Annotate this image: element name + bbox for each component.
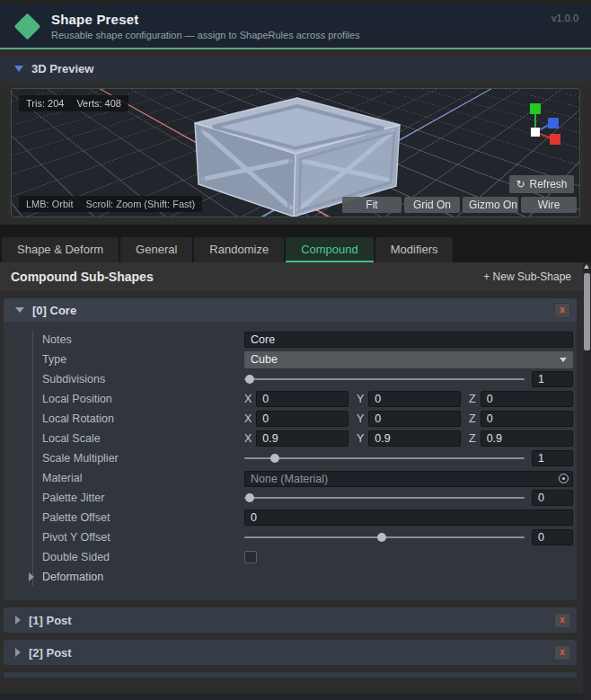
deformation-foldout[interactable]: Deformation [42, 568, 573, 586]
scale-multiplier-value[interactable] [532, 450, 573, 466]
palette-jitter-value[interactable] [532, 490, 573, 506]
scale-multiplier-slider[interactable] [244, 450, 525, 466]
subshape-core-header[interactable]: [0] Core x [4, 298, 577, 322]
remove-subshape-button[interactable]: x [554, 303, 570, 318]
subshape-card-post-2[interactable]: [2] Post x [4, 640, 577, 665]
slider-handle[interactable] [245, 375, 254, 384]
material-object-field[interactable] [244, 471, 573, 487]
notes-row: Notes [42, 331, 573, 349]
tab-randomize[interactable]: Randomize [194, 237, 284, 262]
local-position-y-input[interactable] [368, 391, 461, 407]
preview-section-header[interactable]: 3D Preview [0, 57, 591, 81]
fit-button[interactable]: Fit [342, 197, 401, 213]
subshape-post-2-title: [2] Post [29, 646, 546, 660]
palette-offset-row: Palette Offset [42, 509, 573, 527]
deformation-label: Deformation [42, 571, 103, 583]
tab-compound[interactable]: Compound [286, 237, 374, 262]
subshape-core-title: [0] Core [32, 304, 546, 317]
tab-modifiers[interactable]: Modifiers [375, 237, 454, 262]
local-rotation-z-input[interactable] [481, 411, 573, 427]
axis-y-label: Y [357, 432, 364, 445]
notes-input[interactable] [244, 332, 573, 348]
axis-z-label: Z [469, 432, 476, 445]
local-rotation-x-input[interactable] [256, 411, 348, 427]
local-rotation-row: Local Rotation X Y Z [42, 410, 573, 428]
slider-track [244, 378, 525, 380]
refresh-label: Refresh [530, 178, 568, 191]
palette-jitter-label: Palette Jitter [42, 492, 244, 504]
chevron-down-icon [560, 358, 567, 362]
axis-z-label: Z [469, 412, 476, 425]
axis-y-label: Y [357, 393, 364, 405]
local-position-x-input[interactable] [256, 391, 348, 407]
local-position-label: Local Position [42, 393, 244, 405]
hint-lmb: LMB: Orbit [26, 199, 74, 209]
remove-subshape-button[interactable]: x [554, 645, 570, 660]
grid-toggle-button[interactable]: Grid On [404, 197, 460, 213]
tab-shape-and-deform[interactable]: Shape & Deform [2, 237, 119, 262]
new-subshape-button[interactable]: + New Sub-Shape [483, 270, 571, 283]
pivot-y-offset-value[interactable] [532, 529, 573, 545]
palette-offset-label: Palette Offset [42, 511, 244, 524]
palette-offset-input[interactable] [244, 509, 573, 526]
local-position-row: Local Position X Y Z [42, 390, 573, 408]
slider-handle[interactable] [377, 533, 386, 542]
type-value: Cube [251, 353, 278, 366]
page-title: Shape Preset [51, 12, 551, 27]
refresh-icon: ↻ [516, 178, 525, 191]
scroll-up-arrow-icon[interactable] [584, 264, 589, 269]
slider-track [244, 457, 525, 459]
axis-y-label: Y [357, 412, 364, 425]
notes-label: Notes [42, 333, 244, 346]
subshape-card-core: [0] Core x Notes Type Cube [4, 298, 577, 600]
subshapes-list: [0] Core x Notes Type Cube [0, 298, 591, 700]
object-picker-icon[interactable] [559, 474, 569, 483]
shape-preset-diamond-icon [14, 13, 41, 40]
local-scale-y-input[interactable] [368, 430, 461, 447]
subdivisions-slider[interactable] [244, 371, 525, 387]
tris-count: Tris: 204 [26, 98, 64, 109]
preview-viewport[interactable]: Tris: 204 Verts: 408 LMB: Orbit Scroll: … [11, 88, 580, 217]
local-scale-z-input[interactable] [481, 430, 573, 447]
version-label: v1.0.0 [551, 13, 578, 23]
axis-z-label: Z [469, 393, 476, 405]
type-row: Type Cube [42, 350, 573, 368]
subdivisions-value[interactable] [532, 371, 573, 387]
vertical-scrollbar[interactable] [583, 262, 591, 700]
pivot-y-offset-slider[interactable] [244, 529, 525, 545]
gizmo-toggle-button[interactable]: Gizmo On [463, 197, 518, 213]
local-position-z-input[interactable] [481, 391, 573, 407]
palette-jitter-slider[interactable] [244, 490, 525, 506]
axis-x-label: X [244, 412, 251, 425]
scale-multiplier-label: Scale Multiplier [42, 452, 244, 465]
foldout-closed-icon [29, 572, 34, 581]
type-dropdown[interactable]: Cube [244, 351, 573, 368]
orientation-gizmo-icon[interactable] [520, 96, 565, 146]
slider-handle[interactable] [270, 454, 279, 463]
mesh-stats-badge: Tris: 204 Verts: 408 [19, 95, 128, 111]
subshape-card-post-1[interactable]: [1] Post x [4, 607, 577, 633]
subshapes-title: Compound Sub-Shapes [11, 270, 154, 284]
refresh-button[interactable]: ↻ Refresh [509, 175, 574, 193]
pivot-y-offset-label: Pivot Y Offset [42, 531, 244, 544]
foldout-open-icon [14, 66, 23, 72]
tab-bar: Shape & Deform General Randomize Compoun… [0, 225, 591, 262]
verts-count: Verts: 408 [76, 98, 121, 109]
slider-handle[interactable] [245, 493, 254, 502]
foldout-open-icon [15, 307, 24, 313]
remove-subshape-button[interactable]: x [554, 613, 570, 628]
tab-general[interactable]: General [120, 237, 192, 262]
scrollbar-thumb[interactable] [584, 273, 590, 350]
subshapes-header: Compound Sub-Shapes + New Sub-Shape [0, 262, 591, 291]
local-rotation-y-input[interactable] [368, 411, 461, 427]
foldout-closed-icon [15, 616, 21, 625]
wireframe-toggle-button[interactable]: Wire [521, 197, 577, 213]
local-scale-x-input[interactable] [256, 430, 348, 447]
material-row: Material [42, 469, 573, 487]
double-sided-label: Double Sided [42, 551, 244, 563]
page-subtitle: Reusable shape configuration — assign to… [51, 30, 551, 40]
double-sided-checkbox[interactable] [244, 551, 257, 563]
local-rotation-label: Local Rotation [42, 412, 244, 425]
type-label: Type [42, 353, 244, 366]
local-scale-row: Local Scale X Y Z [42, 430, 573, 447]
